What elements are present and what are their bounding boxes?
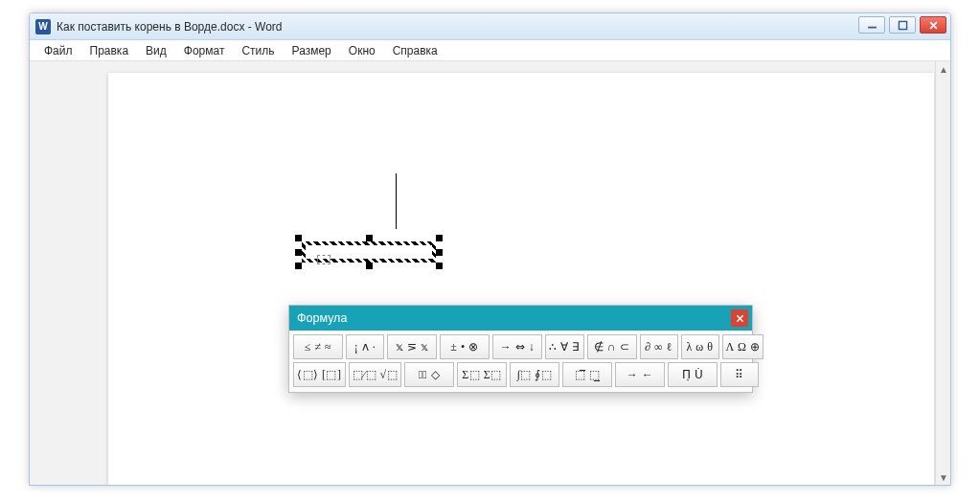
equation-frame bbox=[302, 241, 436, 263]
tpl-matrices[interactable]: ⠿ bbox=[720, 362, 759, 387]
menu-format[interactable]: Формат bbox=[175, 42, 234, 59]
formula-toolbar-body: ≤ ≠ ≈ ¡ ʌ ∙ 𝕩 ⋝ 𝕩 ± • ⊗ → ⇔ ↓ ∴ ∀ ∃ ∉ ∩ … bbox=[289, 331, 752, 392]
tpl-summation[interactable]: Σ⬚ Σ⬚ bbox=[457, 362, 507, 387]
menu-bar: Файл Правка Вид Формат Стиль Размер Окно… bbox=[30, 40, 950, 61]
sym-arrows[interactable]: → ⇔ ↓ bbox=[492, 334, 542, 359]
formula-toolbar-close-button[interactable] bbox=[731, 309, 748, 327]
sym-misc[interactable]: ∂ ∞ ℓ bbox=[640, 334, 678, 359]
sym-set-theory[interactable]: ∉ ∩ ⊂ bbox=[587, 334, 637, 359]
sym-spaces[interactable]: ¡ ʌ ∙ bbox=[346, 334, 384, 359]
document-page[interactable]: Формула ≤ ≠ ≈ ¡ ʌ ∙ 𝕩 ⋝ 𝕩 ± • ⊗ → ⇔ ↓ ∴ … bbox=[108, 73, 934, 485]
sym-greek-upper[interactable]: Λ Ω ⊕ bbox=[722, 334, 764, 359]
sym-relational[interactable]: ≤ ≠ ≈ bbox=[293, 334, 343, 359]
resize-handle-tr[interactable] bbox=[436, 235, 443, 241]
formula-toolbar-title[interactable]: Формула bbox=[289, 306, 752, 331]
tpl-fractions-radicals[interactable]: ⬚⁄⬚ √⬚ bbox=[349, 362, 402, 387]
formula-row-2: ⟨⬚⟩ [⬚] ⬚⁄⬚ √⬚ ⬚⃞ ◇ Σ⬚ Σ⬚ ∫⬚ ∮⬚ ⬚̅ ⬚̲ → … bbox=[293, 362, 748, 387]
menu-file[interactable]: Файл bbox=[35, 42, 81, 59]
sym-operators[interactable]: ± • ⊗ bbox=[440, 334, 490, 359]
window-title: Как поставить корень в Ворде.docx - Word bbox=[57, 20, 283, 34]
resize-handle-tl[interactable] bbox=[295, 235, 302, 241]
sym-greek-lower[interactable]: λ ω θ bbox=[681, 334, 719, 359]
tpl-over-under-bar[interactable]: ⬚̅ ⬚̲ bbox=[562, 362, 612, 387]
text-cursor bbox=[396, 173, 397, 229]
menu-help[interactable]: Справка bbox=[384, 42, 446, 59]
resize-handle-bl[interactable] bbox=[295, 263, 302, 269]
tpl-subscript-superscript[interactable]: ⬚⃞ ◇ bbox=[404, 362, 454, 387]
app-window: W Как поставить корень в Ворде.docx - Wo… bbox=[29, 12, 951, 486]
resize-handle-l[interactable] bbox=[295, 249, 302, 256]
window-controls bbox=[858, 16, 946, 34]
titlebar[interactable]: W Как поставить корень в Ворде.docx - Wo… bbox=[30, 13, 950, 40]
scroll-up-button[interactable]: ▲ bbox=[936, 61, 950, 77]
sym-embellishments[interactable]: 𝕩 ⋝ 𝕩 bbox=[387, 334, 437, 359]
tpl-fences[interactable]: ⟨⬚⟩ [⬚] bbox=[293, 362, 346, 387]
equation-object[interactable] bbox=[298, 238, 440, 266]
tpl-labeled-arrows[interactable]: → ← bbox=[615, 362, 665, 387]
resize-handle-t[interactable] bbox=[366, 235, 373, 241]
sym-logical[interactable]: ∴ ∀ ∃ bbox=[545, 334, 584, 359]
formula-toolbar[interactable]: Формула ≤ ≠ ≈ ¡ ʌ ∙ 𝕩 ⋝ 𝕩 ± • ⊗ → ⇔ ↓ ∴ … bbox=[288, 305, 753, 393]
workspace: Формула ≤ ≠ ≈ ¡ ʌ ∙ 𝕩 ⋝ 𝕩 ± • ⊗ → ⇔ ↓ ∴ … bbox=[30, 61, 950, 485]
svg-rect-1 bbox=[899, 21, 906, 29]
menu-edit[interactable]: Правка bbox=[81, 42, 138, 59]
close-button[interactable] bbox=[920, 16, 946, 34]
scroll-down-button[interactable]: ▼ bbox=[936, 469, 950, 485]
menu-window[interactable]: Окно bbox=[340, 42, 384, 59]
minimize-button[interactable] bbox=[858, 16, 885, 34]
tpl-integrals[interactable]: ∫⬚ ∮⬚ bbox=[510, 362, 559, 387]
tpl-products[interactable]: Π̣ U̇ bbox=[668, 362, 718, 387]
resize-handle-r[interactable] bbox=[436, 249, 443, 256]
formula-toolbar-title-text: Формула bbox=[297, 311, 347, 325]
word-app-icon: W bbox=[35, 19, 51, 34]
menu-size[interactable]: Размер bbox=[284, 42, 340, 59]
resize-handle-b[interactable] bbox=[366, 263, 373, 269]
formula-row-1: ≤ ≠ ≈ ¡ ʌ ∙ 𝕩 ⋝ 𝕩 ± • ⊗ → ⇔ ↓ ∴ ∀ ∃ ∉ ∩ … bbox=[293, 334, 748, 359]
menu-style[interactable]: Стиль bbox=[233, 42, 283, 59]
menu-view[interactable]: Вид bbox=[137, 42, 175, 59]
equation-placeholder[interactable] bbox=[317, 255, 330, 264]
resize-handle-br[interactable] bbox=[436, 263, 443, 269]
maximize-button[interactable] bbox=[889, 16, 916, 34]
vertical-scrollbar[interactable]: ▲ ▼ bbox=[935, 61, 950, 485]
